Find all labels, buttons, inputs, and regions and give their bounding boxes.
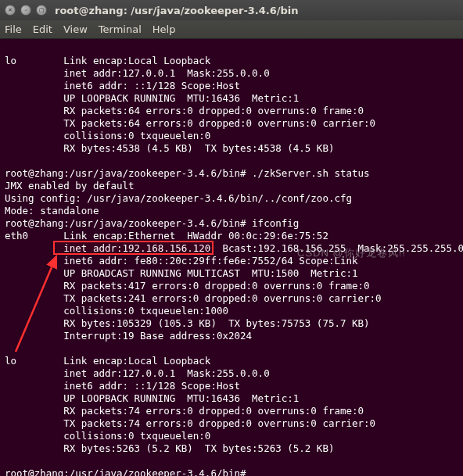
menu-file[interactable]: File <box>5 23 22 35</box>
window-title: root@zhang: /usr/java/zookeeper-3.4.6/bi… <box>55 5 299 16</box>
menubar: File Edit View Terminal Help <box>0 20 463 39</box>
minimize-icon[interactable]: – <box>20 5 31 16</box>
menu-terminal[interactable]: Terminal <box>99 23 142 35</box>
close-icon[interactable]: ✕ <box>5 5 16 16</box>
terminal-output[interactable]: lo Link encap:Local Loopback inet addr:1… <box>0 39 463 476</box>
menu-help[interactable]: Help <box>153 23 176 35</box>
menu-edit[interactable]: Edit <box>33 23 52 35</box>
menu-view[interactable]: View <box>63 23 88 35</box>
maximize-icon[interactable]: ▢ <box>36 5 47 16</box>
titlebar: ✕ – ▢ root@zhang: /usr/java/zookeeper-3.… <box>0 0 463 20</box>
terminal-text: lo Link encap:Local Loopback inet addr:1… <box>5 55 463 476</box>
